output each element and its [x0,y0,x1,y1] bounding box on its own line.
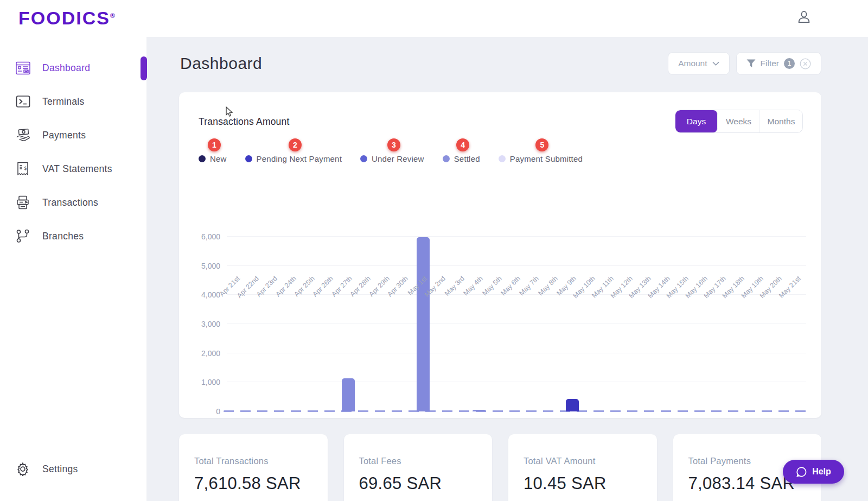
gridline [227,265,806,266]
legend-dot [199,155,206,162]
range-toggle-days[interactable]: Days [675,110,718,132]
legend-item-new[interactable]: 1New [199,138,227,163]
summary-card-label: Total VAT Amount [524,456,657,466]
legend-dot [443,155,450,162]
filter-button-label: Filter [761,59,779,68]
summary-card-value: 10.45 SAR [524,474,657,493]
step-badge: 4 [456,138,469,151]
clear-x-icon[interactable] [800,58,811,69]
gridline [227,382,806,382]
x-axis-label: May 5th [481,275,503,297]
sidebar-item-terminals[interactable]: Terminals [0,85,146,118]
sidebar-item-payments[interactable]: Payments [0,118,146,152]
legend-item-payment-submitted[interactable]: 5Payment Submitted [499,138,583,163]
chart-title: Transactions Amount [199,116,290,128]
legend-label: Pending Next Payment [257,154,342,163]
x-axis-label: May 3rd [443,275,466,297]
y-axis-tick: 6,000 [201,232,220,241]
y-axis-tick: 3,000 [201,320,220,328]
legend-label: Payment Submitted [510,154,583,163]
transactions-icon [15,195,30,210]
legend-item-pending-next-payment[interactable]: 2Pending Next Payment [245,138,342,163]
range-toggle-months[interactable]: Months [760,110,802,132]
amount-dropdown[interactable]: Amount [668,52,729,75]
sidebar-item-branches[interactable]: Branches [0,219,146,253]
gear-icon [15,461,30,477]
y-axis-tick: 2,000 [201,349,220,358]
dashboard-icon [15,60,30,75]
chevron-down-icon [712,61,719,66]
svg-text:$: $ [24,165,27,170]
gridline [227,236,806,237]
legend-dot [499,155,506,162]
sidebar-item-label: VAT Statements [42,163,112,175]
zero-baseline-dashed [224,410,806,412]
chat-bubble-icon [796,466,807,478]
sidebar-item-transactions[interactable]: Transactions [0,186,146,219]
y-axis-tick: 5,000 [201,262,220,270]
transactions-amount-card: Transactions Amount DaysWeeksMonths 1New… [179,92,821,418]
sidebar: DashboardTerminalsPayments$VAT Statement… [0,37,146,501]
legend-item-under-review[interactable]: 3Under Review [360,138,424,163]
vat-icon: $ [15,161,30,176]
x-axis-label: May 7th [518,275,540,297]
sidebar-item-label: Terminals [42,96,85,107]
bar-may-4th[interactable] [473,410,486,411]
funnel-icon [746,59,756,68]
sidebar-item-settings[interactable]: Settings [0,452,146,486]
active-nav-indicator [141,56,147,80]
summary-card-label: Total Fees [359,456,493,466]
sidebar-item-label: Payments [42,130,86,141]
payments-icon [15,128,30,143]
legend-dot [245,155,252,162]
x-axis-label: Apr 24th [274,275,297,298]
branches-icon [15,229,30,244]
y-axis-tick: 1,000 [201,378,220,386]
summary-card-value: 7,610.58 SAR [194,474,328,493]
registered-mark: ® [110,12,116,20]
sidebar-item-label: Transactions [42,197,98,208]
page-title: Dashboard [180,54,262,73]
terminal-icon [15,94,30,109]
x-axis-label: May 8th [537,275,559,297]
bar-may-1st[interactable] [417,237,430,411]
range-toggle: DaysWeeksMonths [675,110,803,133]
legend-label: Under Review [372,154,424,163]
main-content: Dashboard Amount Filter 1 Transactions A… [146,37,868,501]
gridline [227,353,806,353]
help-button[interactable]: Help [783,460,844,484]
range-toggle-weeks[interactable]: Weeks [718,110,760,132]
y-axis-tick: 4,000 [201,290,220,299]
sidebar-item-vat-statements[interactable]: $VAT Statements [0,152,146,186]
filter-count-badge: 1 [784,58,795,69]
gridline [227,324,806,324]
summary-card-total-vat-amount: Total VAT Amount10.45 SAR [508,434,657,501]
step-badge: 2 [289,138,302,151]
sidebar-item-label: Branches [42,231,84,242]
amount-dropdown-label: Amount [678,59,707,68]
summary-card-value: 69.65 SAR [359,474,493,493]
summary-card-total-transactions: Total Transactions7,610.58 SAR [179,434,328,501]
y-axis-tick: 0 [216,407,220,416]
filter-button[interactable]: Filter 1 [736,52,821,75]
summary-card-label: Total Transactions [194,456,328,466]
sidebar-item-label: Settings [42,464,78,475]
summary-card-total-fees: Total Fees69.65 SAR [344,434,493,501]
user-avatar-icon[interactable] [794,8,814,27]
help-button-label: Help [812,467,831,477]
sidebar-item-dashboard[interactable]: Dashboard [0,51,146,85]
step-badge: 5 [535,138,548,151]
x-axis-label: May 4th [462,275,484,297]
legend-label: New [210,154,227,163]
step-badge: 3 [387,138,400,151]
bar-apr-27th[interactable] [342,378,355,411]
top-bar: FOODICS® [0,0,868,37]
legend-label: Settled [454,154,480,163]
legend-dot [360,155,367,162]
step-badge: 1 [208,138,221,151]
bar-chart: 01,0002,0003,0004,0005,0006,000 [193,237,806,411]
bar-may-9th[interactable] [566,399,579,411]
foodics-logo: FOODICS® [18,8,116,29]
legend-item-settled[interactable]: 4Settled [443,138,480,163]
x-axis-label: May 6th [500,275,522,297]
